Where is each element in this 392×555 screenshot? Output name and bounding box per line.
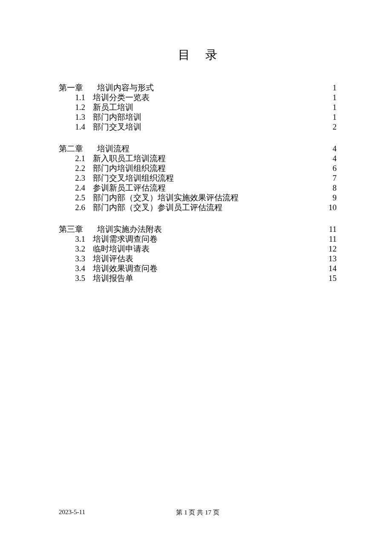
toc-section-row: 2.3 部门交叉培训组织流程 7 (59, 174, 337, 182)
toc-section-title: 培训评估表 (85, 254, 320, 263)
toc-section-title: 部门交叉培训组织流程 (85, 174, 320, 182)
toc-section-number: 2.2 (66, 164, 85, 172)
toc-section-row: 3.1 培训需求调查问卷 11 (59, 235, 337, 243)
toc-page-number: 9 (320, 194, 337, 202)
table-of-contents: 第一章 培训内容与形式 1 1.1 培训分类一览表 1 1.2 新员工培训 1 … (59, 84, 337, 282)
toc-section-number: 3.1 (66, 235, 85, 243)
toc-chapter-3: 第三章 培训实施办法附表 11 3.1 培训需求调查问卷 11 3.2 临时培训… (59, 225, 337, 282)
toc-section-title: 临时培训申请表 (85, 245, 320, 253)
toc-section-row: 1.1 培训分类一览表 1 (59, 93, 337, 101)
toc-section-title: 新入职员工培训流程 (85, 154, 320, 162)
toc-page-number: 4 (320, 154, 337, 162)
toc-chapter-1: 第一章 培训内容与形式 1 1.1 培训分类一览表 1 1.2 新员工培训 1 … (59, 84, 337, 131)
toc-section-row: 3.4 培训效果调查问卷 14 (59, 264, 337, 272)
toc-section-title: 培训需求调查问卷 (85, 235, 320, 243)
toc-section-number: 3.5 (66, 274, 85, 282)
footer-pagination: 第 1 页 共 17 页 (59, 509, 337, 517)
toc-page-number: 8 (320, 184, 337, 192)
toc-page-number: 4 (320, 145, 337, 153)
toc-section-row: 3.3 培训评估表 13 (59, 254, 337, 263)
page-title: 目录 (59, 47, 337, 63)
toc-page-number: 15 (320, 274, 337, 282)
toc-section-row: 2.4 参训新员工评估流程 8 (59, 184, 337, 192)
toc-section-title: 部门内部（交叉）培训实施效果评估流程 (85, 194, 320, 202)
toc-section-number: 2.5 (66, 194, 85, 202)
toc-page-number: 14 (320, 264, 337, 272)
toc-chapter-label: 第二章 (59, 145, 97, 153)
toc-section-number: 3.4 (66, 264, 85, 272)
footer-date: 2023-5-11 (59, 509, 85, 516)
toc-section-title: 培训效果调查问卷 (85, 264, 320, 272)
toc-section-number: 2.3 (66, 174, 85, 182)
toc-chapter-row: 第三章 培训实施办法附表 11 (59, 225, 337, 233)
toc-section-row: 3.5 培训报告单 15 (59, 274, 337, 282)
toc-section-number: 3.3 (66, 254, 85, 263)
toc-section-title: 培训报告单 (85, 274, 320, 282)
toc-section-row: 2.2 部门内培训组织流程 6 (59, 164, 337, 172)
toc-section-row: 3.2 临时培训申请表 12 (59, 245, 337, 253)
toc-section-title: 部门内部（交叉）参训员工评估流程 (85, 203, 320, 211)
toc-section-title: 新员工培训 (85, 103, 320, 111)
toc-section-title: 部门内培训组织流程 (85, 164, 320, 172)
toc-section-row: 2.6 部门内部（交叉）参训员工评估流程 10 (59, 203, 337, 211)
toc-section-number: 2.6 (66, 203, 85, 211)
toc-section-number: 2.4 (66, 184, 85, 192)
toc-section-number: 3.2 (66, 245, 85, 253)
toc-page-number: 2 (320, 123, 337, 131)
toc-section-row: 1.3 部门内部培训 1 (59, 113, 337, 121)
toc-page-number: 12 (320, 245, 337, 253)
toc-chapter-row: 第二章 培训流程 4 (59, 145, 337, 153)
toc-section-row: 1.2 新员工培训 1 (59, 103, 337, 111)
toc-section-title: 参训新员工评估流程 (85, 184, 320, 192)
toc-page-number: 10 (320, 203, 337, 211)
toc-section-row: 2.1 新入职员工培训流程 4 (59, 154, 337, 162)
toc-chapter-row: 第一章 培训内容与形式 1 (59, 84, 337, 92)
toc-chapter-label: 第一章 (59, 84, 97, 92)
toc-page-number: 6 (320, 164, 337, 172)
toc-section-row: 1.4 部门交叉培训 2 (59, 123, 337, 131)
toc-section-title: 部门内部培训 (85, 113, 320, 121)
toc-chapter-title: 培训流程 (97, 145, 320, 153)
toc-chapter-title: 培训内容与形式 (97, 84, 320, 92)
toc-section-title: 部门交叉培训 (85, 123, 320, 131)
page-footer: 2023-5-11 第 1 页 共 17 页 (59, 509, 337, 516)
toc-page-number: 1 (320, 103, 337, 111)
toc-page-number: 1 (320, 113, 337, 121)
toc-page-number: 7 (320, 174, 337, 182)
toc-section-number: 1.2 (66, 103, 85, 111)
toc-section-title: 培训分类一览表 (85, 93, 320, 101)
toc-section-number: 1.3 (66, 113, 85, 121)
toc-chapter-title: 培训实施办法附表 (97, 225, 320, 233)
toc-page-number: 1 (320, 84, 337, 92)
toc-chapter-2: 第二章 培训流程 4 2.1 新入职员工培训流程 4 2.2 部门内培训组织流程… (59, 145, 337, 211)
toc-page-number: 11 (320, 235, 337, 243)
toc-section-number: 1.1 (66, 93, 85, 101)
toc-page-number: 11 (320, 225, 337, 233)
toc-page-number: 1 (320, 93, 337, 101)
toc-section-number: 2.1 (66, 154, 85, 162)
toc-section-number: 1.4 (66, 123, 85, 131)
toc-section-row: 2.5 部门内部（交叉）培训实施效果评估流程 9 (59, 194, 337, 202)
toc-chapter-label: 第三章 (59, 225, 97, 233)
document-page: 目录 第一章 培训内容与形式 1 1.1 培训分类一览表 1 1.2 新员工培训… (0, 0, 392, 555)
toc-page-number: 13 (320, 254, 337, 263)
